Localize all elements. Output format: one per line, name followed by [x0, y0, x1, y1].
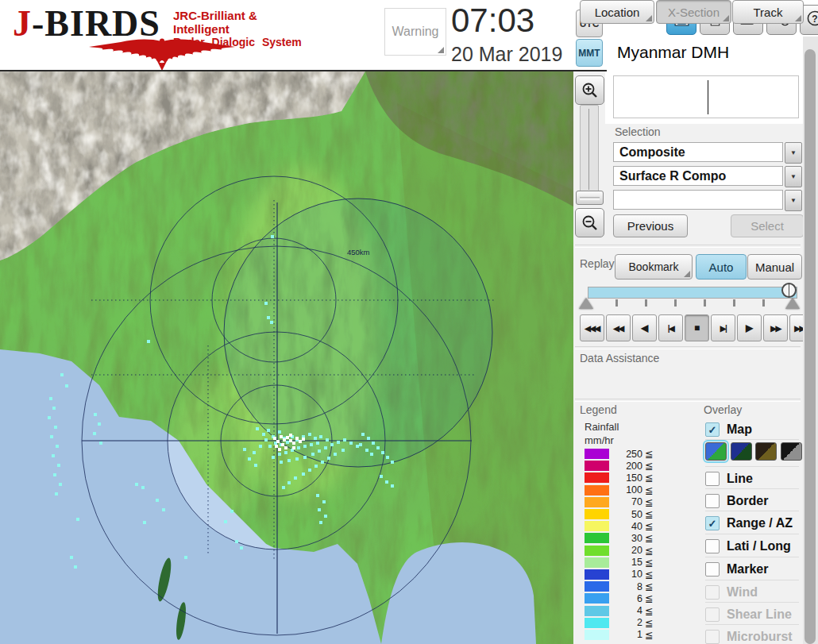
checkbox-marker[interactable]: [705, 562, 720, 577]
clock-time: 07:03: [451, 2, 534, 40]
overlay-label: Overlay: [704, 403, 742, 416]
panel-scrollbar-thumb[interactable]: [804, 49, 816, 644]
legend-color-swatch: [585, 569, 609, 580]
radar-map[interactable]: 450km: [0, 71, 573, 644]
status-box[interactable]: [613, 75, 799, 118]
step-forward-button[interactable]: ▶|: [711, 314, 735, 341]
checkbox-map[interactable]: ✓: [705, 422, 720, 437]
legend-value: 4: [609, 605, 642, 616]
overlay-separator: [705, 580, 799, 580]
checkbox-line[interactable]: [705, 472, 720, 486]
rewind-fastest-button[interactable]: ◀◀◀: [580, 314, 604, 341]
zoom-slider-thumb[interactable]: [576, 191, 604, 205]
zoom-out-icon: [581, 214, 599, 232]
legend-value: 100: [609, 484, 642, 496]
separator: [575, 399, 801, 402]
rewind-button[interactable]: ◀◀: [606, 314, 631, 341]
play-reverse-button[interactable]: ◀: [632, 314, 657, 341]
mmt-button[interactable]: MMT: [576, 39, 603, 67]
checkbox-border[interactable]: [705, 494, 720, 508]
overlay-separator: [705, 602, 799, 603]
legend-row: 250≦: [585, 448, 653, 460]
lte-symbol: ≦: [645, 496, 653, 508]
play-button[interactable]: ▶: [737, 314, 762, 341]
legend-color-swatch: [585, 593, 609, 604]
overlay-separator: [705, 534, 799, 534]
playback-controls: ◀◀◀◀◀◀|◀■▶|▶▶▶▶▶▶: [580, 314, 814, 341]
jbirds-logo: J-BIRDS JRC-Brilliant & Intelligent Rada…: [5, 2, 316, 69]
data-assistance-label: Data Assistance: [580, 352, 659, 364]
track-button[interactable]: Track: [732, 0, 804, 24]
overlay-row-marker: Marker: [705, 560, 768, 579]
overlay-separator: [705, 488, 799, 489]
step-back-button[interactable]: |◀: [658, 314, 683, 341]
lte-symbol: ≦: [645, 569, 653, 580]
legend-row: 1≦: [585, 629, 653, 641]
legend-color-swatch: [585, 497, 609, 507]
slider-tick: [645, 299, 647, 307]
legend-row: 100≦: [585, 484, 653, 496]
overlay-separator: [705, 624, 799, 625]
overlay-item-label: Border: [727, 494, 768, 508]
legend-value: 250: [609, 449, 642, 460]
zoom-in-button[interactable]: [575, 75, 604, 105]
legend-color-swatch: [585, 509, 609, 519]
dropdown-product-arrow[interactable]: ▼: [785, 166, 802, 187]
manual-button[interactable]: Manual: [747, 254, 802, 280]
dropdown-empty[interactable]: [613, 190, 783, 210]
lte-symbol: ≦: [645, 484, 653, 496]
warning-label: Warning: [392, 25, 439, 39]
select-button[interactable]: Select: [731, 214, 804, 237]
previous-button[interactable]: Previous: [613, 214, 688, 237]
overlay-row-microburst: Microburst: [705, 627, 793, 644]
overlay-separator: [705, 511, 799, 511]
slider-end-marker[interactable]: [785, 298, 800, 309]
chevron-down-icon: ▼: [790, 173, 797, 180]
overlay-item-label: Shear Line: [727, 607, 792, 622]
bookmark-button[interactable]: Bookmark: [615, 254, 693, 280]
checkbox-lati-long[interactable]: [705, 539, 720, 553]
eagle-icon: [11, 37, 313, 71]
overlay-item-label: Range / AZ: [727, 516, 793, 530]
legend-value: 20: [609, 545, 642, 556]
overlay-row-border: Border: [705, 492, 768, 511]
stop-button[interactable]: ■: [685, 314, 709, 341]
button-label: Location: [595, 6, 640, 19]
slider-start-marker[interactable]: [579, 298, 593, 309]
clock-date: 20 Mar 2019: [451, 43, 562, 66]
lte-symbol: ≦: [645, 580, 653, 592]
separator: [575, 346, 801, 349]
map-style-swatch-2[interactable]: [731, 442, 752, 461]
lte-symbol: ≦: [645, 629, 653, 641]
zoom-slider-track[interactable]: [580, 105, 599, 195]
dropdown-composite-arrow[interactable]: ▼: [785, 142, 802, 164]
map-style-swatch-1[interactable]: [705, 442, 727, 461]
legend-color-swatch: [585, 557, 609, 568]
overlay-item-label: Map: [727, 422, 752, 437]
location-button[interactable]: Location: [580, 0, 654, 24]
replay-slider[interactable]: [575, 282, 802, 314]
legend-color-swatch: [585, 546, 609, 556]
lte-symbol: ≦: [645, 448, 653, 460]
map-style-swatch-4[interactable]: [781, 442, 802, 461]
auto-button[interactable]: Auto: [696, 254, 747, 280]
dropdown-empty-arrow[interactable]: ▼: [785, 190, 802, 211]
map-style-swatch-3[interactable]: [755, 442, 777, 461]
legend-color-swatch: [585, 533, 609, 543]
fast-forward-button[interactable]: ▶▶: [763, 314, 788, 341]
lte-symbol: ≦: [645, 508, 653, 520]
legend-color-swatch: [585, 461, 609, 471]
legend-row: 30≦: [585, 532, 653, 544]
zoom-out-button[interactable]: [575, 208, 604, 237]
warning-button[interactable]: Warning: [384, 8, 446, 56]
x-section-button[interactable]: X-Section: [656, 0, 731, 24]
replay-slider-thumb[interactable]: [781, 283, 797, 298]
dropdown-composite[interactable]: Composite: [613, 142, 783, 162]
legend-unit-2: mm/hr: [585, 434, 614, 446]
replay-slider-track[interactable]: [588, 287, 797, 299]
separator: [575, 245, 801, 248]
overlay-separator: [705, 439, 799, 440]
legend-value: 50: [609, 509, 642, 520]
dropdown-product[interactable]: Surface R Compo: [613, 166, 783, 186]
checkbox-range-az[interactable]: ✓: [705, 516, 720, 530]
